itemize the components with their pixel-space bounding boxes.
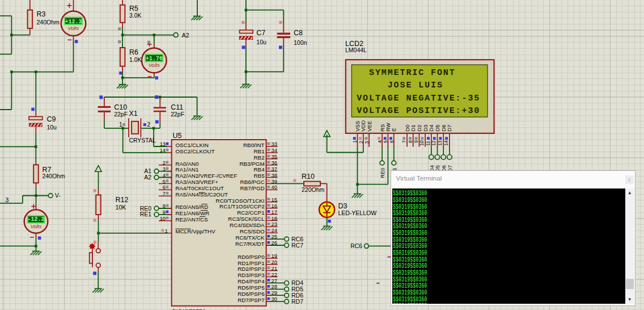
svg-text:RC5/SDO: RC5/SDO — [240, 228, 265, 234]
svg-text:OSC1/CLKIN: OSC1/CLKIN — [176, 142, 209, 148]
svg-text:CRYSTAL: CRYSTAL — [129, 137, 156, 144]
svg-text:RB3/PGM: RB3/PGM — [239, 161, 264, 167]
svg-text:D5: D5 — [435, 125, 440, 132]
svg-text:RD6/PSP6: RD6/PSP6 — [238, 291, 265, 297]
svg-text:RC2/CCP1: RC2/CCP1 — [237, 210, 264, 216]
svg-text:1.0K: 1.0K — [129, 56, 142, 63]
svg-text:25: 25 — [272, 234, 277, 240]
svg-text:Volts: Volts — [31, 224, 42, 229]
svg-text:15: 15 — [272, 197, 277, 203]
svg-text:9: 9 — [413, 140, 419, 143]
svg-text:SYMMETRIC FONT: SYMMETRIC FONT — [369, 68, 456, 78]
svg-text:RA1/AN1: RA1/AN1 — [176, 166, 199, 173]
svg-text:6: 6 — [163, 185, 166, 190]
svg-text:13: 13 — [437, 140, 443, 146]
svg-text:D3: D3 — [423, 125, 429, 132]
svg-text:22: 22 — [272, 272, 277, 278]
svg-text:RC1/T1OSI/CCP2: RC1/T1OSI/CCP2 — [219, 203, 265, 210]
svg-text:29: 29 — [272, 290, 277, 296]
svg-text:100n: 100n — [294, 39, 307, 46]
svg-text:20: 20 — [272, 259, 277, 265]
svg-text:38: 38 — [272, 173, 277, 178]
svg-text:8: 8 — [163, 203, 166, 209]
svg-text:RD0/PSP0: RD0/PSP0 — [238, 254, 265, 260]
svg-text:1: 1 — [119, 121, 122, 128]
svg-text:Volts: Volts — [68, 26, 79, 31]
svg-text:24: 24 — [272, 228, 277, 233]
svg-text:19: 19 — [272, 253, 277, 259]
svg-text:R12: R12 — [116, 196, 129, 204]
svg-text:2: 2 — [358, 141, 364, 144]
svg-text:10: 10 — [160, 216, 166, 221]
svg-text:RD7/PSP7: RD7/PSP7 — [238, 297, 264, 303]
svg-text:RB1: RB1 — [254, 148, 265, 154]
svg-text:PIC16F877A: PIC16F877A — [172, 308, 206, 310]
svg-text:LED-YELLOW: LED-YELLOW — [338, 210, 376, 216]
svg-text:+12.3: +12.3 — [65, 19, 82, 25]
svg-text:13: 13 — [160, 141, 166, 147]
svg-text:7: 7 — [401, 140, 407, 143]
svg-text:36: 36 — [272, 160, 277, 166]
svg-text:4: 4 — [163, 173, 166, 178]
svg-text:JOSE LUIS: JOSE LUIS — [388, 81, 443, 90]
svg-text:RS: RS — [380, 124, 385, 132]
svg-text:35: 35 — [272, 154, 277, 160]
svg-text:14: 14 — [160, 148, 166, 153]
svg-text:U5: U5 — [173, 132, 182, 140]
svg-text:2: 2 — [163, 160, 166, 166]
svg-text:5: 5 — [163, 179, 166, 185]
svg-text:4: 4 — [377, 140, 383, 143]
svg-text:RE1: RE1 — [140, 211, 152, 217]
svg-text:RD1/PSP1: RD1/PSP1 — [238, 260, 264, 266]
svg-text:VEE: VEE — [367, 121, 372, 132]
svg-text:6: 6 — [389, 140, 395, 143]
svg-text:10K: 10K — [116, 204, 126, 211]
svg-text:Volts: Volts — [149, 62, 160, 68]
svg-text:A2: A2 — [182, 32, 189, 39]
svg-text:E: E — [391, 128, 397, 131]
svg-text:3: 3 — [163, 166, 166, 172]
svg-text:10u: 10u — [256, 39, 266, 45]
svg-text:D3: D3 — [338, 202, 347, 210]
svg-text:220Ohm: 220Ohm — [302, 186, 325, 193]
svg-text:7: 7 — [163, 191, 166, 196]
svg-text:3.0K: 3.0K — [129, 12, 142, 19]
svg-text:23: 23 — [272, 221, 277, 227]
svg-text:16: 16 — [272, 203, 277, 209]
svg-text:R6: R6 — [129, 48, 138, 56]
svg-text:RB6/PGC: RB6/PGC — [240, 179, 265, 185]
svg-text:RD4/PSP4: RD4/PSP4 — [238, 278, 265, 284]
svg-text:RB0/INT: RB0/INT — [243, 142, 265, 148]
svg-text:8: 8 — [408, 140, 413, 143]
svg-text:R3: R3 — [37, 10, 46, 18]
svg-text:OSC2/CLKOUT: OSC2/CLKOUT — [176, 148, 215, 154]
svg-text:2: 2 — [147, 121, 151, 128]
svg-text:17: 17 — [272, 210, 277, 215]
svg-text:10u: 10u — [46, 124, 57, 131]
svg-text:RD5/PSP5: RD5/PSP5 — [238, 284, 265, 291]
svg-text:RA2/AN2/VREF-/CVREF: RA2/AN2/VREF-/CVREF — [176, 173, 238, 179]
svg-text:RC6/TX/CK: RC6/TX/CK — [235, 234, 265, 241]
svg-text:RA5/AN4/SS/C2OUT: RA5/AN4/SS/C2OUT — [176, 191, 228, 198]
svg-text:C8: C8 — [294, 29, 303, 37]
svg-text:RE2/AN7/CS: RE2/AN7/CS — [176, 216, 209, 223]
svg-text:VOLTAGE NEGATIVE:-35: VOLTAGE NEGATIVE:-35 — [357, 94, 480, 103]
svg-text:D0: D0 — [405, 125, 410, 132]
svg-text:RW: RW — [385, 123, 391, 132]
svg-text:1: 1 — [352, 140, 358, 143]
svg-text:D6: D6 — [441, 125, 447, 132]
svg-text:RA0/AN0: RA0/AN0 — [176, 161, 199, 167]
svg-text:RE0: RE0 — [380, 167, 385, 178]
svg-text:RC7/RX/DT: RC7/RX/DT — [235, 241, 265, 247]
svg-text:D4: D4 — [429, 125, 434, 132]
svg-text:RC7: RC7 — [291, 242, 303, 249]
svg-text:RD7: RD7 — [291, 298, 303, 305]
svg-text:C11: C11 — [171, 103, 183, 111]
svg-text:VSS: VSS — [355, 121, 361, 132]
svg-text:-12.2: -12.2 — [28, 216, 45, 223]
svg-text:21: 21 — [272, 266, 277, 271]
svg-text:3: 3 — [6, 196, 9, 203]
svg-text:3: 3 — [364, 141, 370, 144]
svg-text:LM044L: LM044L — [345, 47, 367, 53]
svg-text:D2: D2 — [417, 125, 422, 132]
